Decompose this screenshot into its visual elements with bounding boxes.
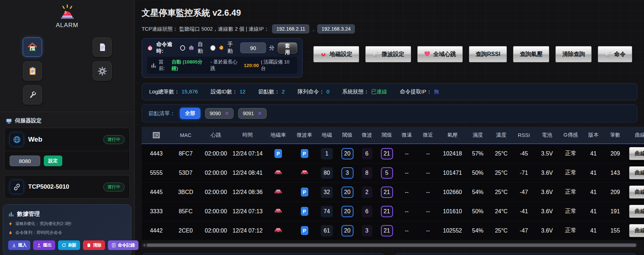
- link-icon: [10, 180, 24, 194]
- minutes-unit-label: 分: [269, 45, 274, 51]
- cell-version: 41: [582, 202, 604, 221]
- cell-count: 155: [604, 221, 626, 240]
- apply-timeout-button[interactable]: 套用: [278, 42, 297, 53]
- parking-icon: P: [301, 149, 308, 158]
- alarm-label: ALARM: [0, 22, 134, 29]
- device-table: IDMAC心跳時間地磁車微波車地磁閾值微波閾值微遠微近氣壓濕度溫度RSSI電池G…: [142, 127, 644, 240]
- car-icon: [274, 227, 282, 233]
- cell-pressure: 102552: [439, 221, 466, 240]
- parking-icon: P: [301, 207, 308, 216]
- sidebar-nav-clipboard-button[interactable]: [23, 61, 42, 81]
- horizontal-scrollbar[interactable]: ◄: [142, 243, 637, 248]
- data-management-note-2: 命令隊列：即時同步命令: [8, 230, 126, 236]
- robot-icon: [188, 45, 194, 51]
- export-button[interactable]: 匯出: [33, 240, 55, 250]
- value-badge: 5: [381, 167, 393, 179]
- column-header-11: 微遠: [397, 127, 417, 144]
- divider: [0, 112, 134, 112]
- cell-battery: 3.5V: [535, 144, 559, 163]
- web-port-input[interactable]: [10, 155, 40, 166]
- sidebar-nav-home-button[interactable]: [23, 37, 42, 57]
- cell-curve: 曲線: [626, 221, 644, 240]
- table-row: 44438FC702:00:0012/24 07:14PP120621----1…: [142, 144, 644, 163]
- remove-node-icon[interactable]: ✕: [225, 111, 229, 116]
- global-heartbeat-button[interactable]: 全域心跳: [417, 46, 463, 62]
- value-badge: 32: [321, 187, 333, 198]
- device-table-wrap: IDMAC心跳時間地磁車微波車地磁閾值微波閾值微遠微近氣壓濕度溫度RSSI電池G…: [142, 127, 644, 240]
- node-label: 9091: [243, 111, 254, 116]
- clear-button[interactable]: 清除: [83, 240, 105, 250]
- globe-icon: [10, 132, 24, 147]
- column-header-14: 濕度: [466, 127, 490, 144]
- cell-radar-threshold: 21: [377, 202, 397, 221]
- curve-button[interactable]: 曲線: [629, 205, 644, 218]
- column-header-4: 時間: [231, 127, 264, 144]
- value-badge: 2: [362, 187, 372, 198]
- command-timeout-label: 命令逾時:: [156, 41, 177, 55]
- parking-icon: P: [301, 226, 308, 235]
- value-badge: 3: [362, 225, 372, 236]
- cell-rssi: -47: [513, 221, 535, 240]
- cell-radar: 6: [357, 144, 377, 163]
- manual-mode-radio[interactable]: [210, 45, 215, 51]
- cell-micro-far: --: [397, 202, 417, 221]
- column-header-17: 電池: [535, 127, 559, 144]
- manual-mode-label: 手動: [227, 41, 237, 55]
- cell-battery: 3.6V: [535, 202, 559, 221]
- curve-button[interactable]: 曲線: [629, 166, 644, 179]
- parking-icon: P: [274, 149, 282, 158]
- cell-g-sensor: 正常: [559, 144, 582, 163]
- node-filter-9090[interactable]: 9090✕: [205, 108, 234, 119]
- cell-heartbeat: 02:00:00: [200, 144, 231, 163]
- button-label: 微波設定: [382, 51, 404, 58]
- button-label: 清除查詢: [562, 51, 585, 58]
- sidebar-nav-document-button[interactable]: [93, 37, 112, 57]
- curve-button[interactable]: 曲線: [629, 185, 644, 199]
- clipboard-icon: [28, 67, 37, 76]
- refresh-button[interactable]: 刷新: [58, 240, 80, 250]
- node-filter-9091[interactable]: 9091✕: [238, 108, 267, 119]
- cell-radar: 2: [357, 183, 377, 202]
- microwave-settings-button[interactable]: 微波設定: [365, 46, 411, 62]
- import-button[interactable]: 匯入: [8, 240, 30, 250]
- stats-bar: Log總筆數：15,876設備ID數：12節點數：2隊列命令：0系統狀態：已連線…: [142, 83, 637, 100]
- curve-button[interactable]: 曲線: [629, 147, 644, 160]
- query-pressure-button[interactable]: 查詢氣壓: [513, 46, 549, 62]
- cell-pressure: 101471: [439, 163, 466, 183]
- value-badge: 21: [381, 148, 393, 159]
- sidebar-nav-settings-button[interactable]: [93, 61, 112, 81]
- command-record-button[interactable]: 命令記錄: [108, 240, 138, 250]
- query-rssi-button[interactable]: 查詢RSSI: [469, 46, 507, 62]
- cell-g-sensor: 正常: [559, 202, 582, 221]
- cell-count: 209: [604, 183, 626, 202]
- cell-rssi: -71: [513, 163, 535, 183]
- cell-heartbeat: 02:00:00: [200, 163, 231, 183]
- cell-pressure: 101610: [439, 202, 466, 221]
- clear-query-button[interactable]: 清除查詢: [555, 46, 592, 62]
- remove-node-icon[interactable]: ✕: [258, 111, 262, 116]
- value-badge: 8: [362, 167, 372, 179]
- magnet-icon: [320, 51, 327, 58]
- cell-pressure: 102418: [439, 144, 466, 163]
- cell-radar-threshold: 21: [377, 144, 397, 163]
- cell-radar: 8: [357, 163, 377, 183]
- node-filter-bar: 節點清單： 全部 9090✕9091✕: [142, 104, 637, 122]
- sidebar-nav-tools-button[interactable]: [23, 85, 42, 104]
- geomagnetic-settings-button[interactable]: 地磁設定: [313, 46, 359, 62]
- curve-button[interactable]: 曲線: [629, 224, 644, 237]
- stat-value: 15,876: [182, 88, 198, 95]
- cell-battery: 3.6V: [535, 163, 559, 183]
- monitor-icon: [6, 118, 12, 124]
- scrollbar-thumb[interactable]: [147, 244, 636, 247]
- column-header-3: 心跳: [200, 127, 231, 144]
- node-filter-all-button[interactable]: 全部: [180, 108, 200, 119]
- command-button[interactable]: 命令: [598, 46, 632, 62]
- web-port-set-button[interactable]: 設定: [44, 155, 62, 166]
- auto-mode-radio[interactable]: [180, 45, 185, 51]
- cell-id: 4442: [142, 221, 171, 240]
- scroll-left-arrow-icon[interactable]: ◄: [143, 244, 146, 247]
- button-label: 刷新: [68, 242, 77, 248]
- timeout-minutes-input[interactable]: [240, 42, 266, 53]
- wrench-icon: [28, 91, 37, 100]
- column-header-8: 閾值: [337, 127, 357, 144]
